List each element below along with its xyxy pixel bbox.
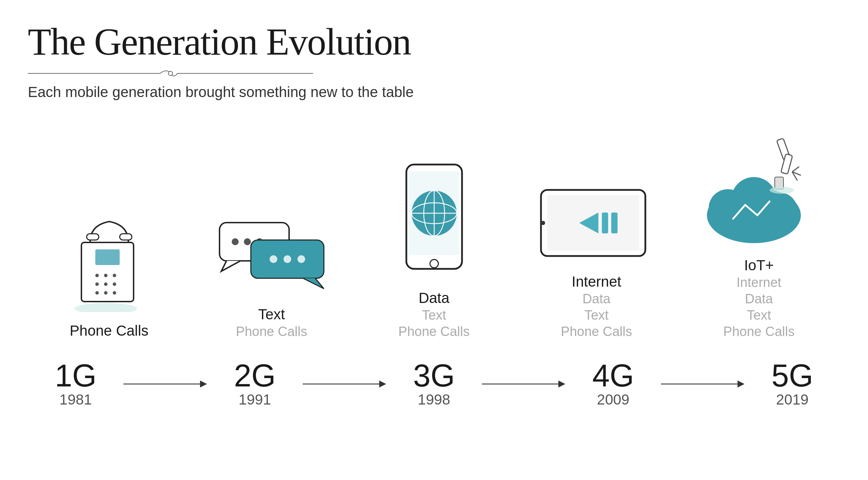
svg-point-5 [104,274,107,277]
svg-point-6 [113,274,116,277]
svg-point-9 [113,282,116,286]
gen-3g-secondary-1: Phone Calls [398,324,470,339]
timeline-row: 1G 1981 2G 1991 3G 1998 4G 2009 [28,360,840,408]
gen-5g-number: 5G [771,360,813,391]
gen-4g-secondary-2: Phone Calls [561,324,632,339]
gen-1g-icon [71,194,148,312]
gen-5g-secondary-0: Internet [736,275,781,290]
gen-5g-labels: IoT+ Internet Data Text Phone Calls [723,257,795,339]
gen-3g-number: 3G [413,360,455,391]
svg-rect-14 [120,234,132,240]
gen-1g-primary: Phone Calls [70,322,148,339]
gen-2g-icon [216,177,327,296]
arrow-4g-5g [661,377,744,391]
svg-marker-55 [738,381,744,387]
gen-5g-primary: IoT+ [744,257,774,274]
gen-5g-item: IoT+ Internet Data Text Phone Calls [678,128,840,339]
svg-point-1 [74,303,137,312]
svg-point-30 [430,259,438,268]
gen-5g-year: 2019 [776,391,809,408]
gen-4g-number: 4G [592,360,634,391]
gen-5g-secondary-1: Data [745,291,773,306]
svg-rect-13 [87,234,99,240]
gen-1g-labels: Phone Calls [70,322,148,339]
svg-marker-49 [200,381,207,387]
gen-4g-icon [537,145,656,263]
gen-4g-secondary-0: Data [582,291,610,306]
subtitle: Each mobile generation brought something… [28,84,840,101]
svg-line-39 [792,167,799,172]
svg-rect-3 [95,249,120,265]
gen-1g-item: Phone Calls [28,194,190,339]
timeline-5g: 5G 2019 [744,360,840,408]
svg-point-17 [244,238,251,245]
gen-4g-secondary-1: Text [584,308,609,323]
arrow-2g-3g [303,377,386,391]
gen-2g-secondary-0: Phone Calls [236,324,307,339]
svg-point-21 [284,255,291,263]
gen-4g-labels: Internet Data Text Phone Calls [561,273,632,339]
gen-4g-year: 2009 [597,391,629,408]
timeline-3g: 3G 1998 [386,360,482,408]
svg-marker-53 [558,381,565,387]
gen-4g-primary: Internet [572,273,621,290]
svg-point-11 [104,291,107,295]
generations-icons-row: Phone Calls Text P [28,128,840,339]
timeline-2g: 2G 1991 [207,360,303,408]
divider-line [28,66,313,80]
svg-point-22 [297,255,305,263]
gen-3g-secondary-0: Text [422,308,446,323]
gen-2g-item: Text Phone Calls [190,177,353,339]
svg-point-16 [232,238,239,245]
svg-point-4 [95,274,99,277]
gen-2g-number: 2G [234,360,276,391]
svg-point-10 [95,291,99,295]
arrow-1g-2g [124,377,207,391]
svg-point-8 [104,282,107,286]
svg-point-0 [168,71,173,75]
gen-5g-icon [700,128,818,247]
svg-point-32 [541,221,545,225]
svg-point-20 [270,255,277,263]
gen-2g-year: 1991 [239,391,271,408]
gen-3g-labels: Data Text Phone Calls [398,290,470,339]
svg-rect-36 [611,213,618,233]
svg-point-12 [113,291,116,295]
timeline-4g: 4G 2009 [565,360,661,408]
timeline-1g: 1G 1981 [28,360,124,408]
gen-4g-item: Internet Data Text Phone Calls [515,145,678,339]
svg-rect-35 [602,213,608,233]
gen-5g-secondary-2: Text [747,308,771,323]
gen-3g-year: 1998 [418,391,450,408]
svg-point-46 [763,193,797,227]
gen-1g-number: 1G [55,360,96,391]
gen-3g-primary: Data [419,290,449,306]
gen-1g-year: 1981 [59,391,92,408]
gen-3g-icon [399,161,469,279]
gen-2g-labels: Text Phone Calls [236,306,307,339]
gen-3g-item: Data Text Phone Calls [353,161,515,339]
svg-marker-51 [379,381,386,387]
arrow-3g-4g [482,377,565,391]
page-title: The Generation Evolution [28,21,840,63]
gen-2g-primary: Text [258,306,285,323]
gen-5g-secondary-3: Phone Calls [723,324,795,339]
svg-point-47 [770,187,794,194]
svg-point-7 [95,282,99,286]
